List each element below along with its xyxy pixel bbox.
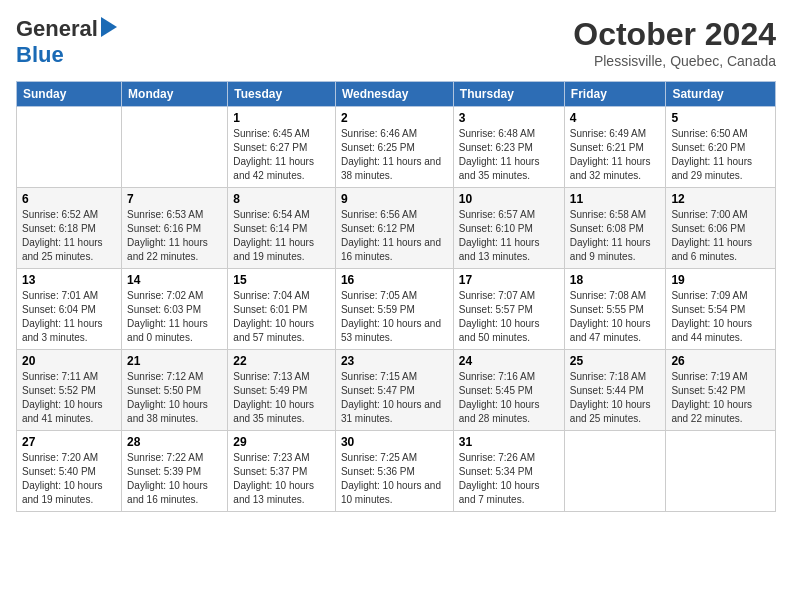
- day-number: 7: [127, 192, 222, 206]
- calendar-cell: 3Sunrise: 6:48 AM Sunset: 6:23 PM Daylig…: [453, 107, 564, 188]
- day-info: Sunrise: 6:53 AM Sunset: 6:16 PM Dayligh…: [127, 208, 222, 264]
- calendar-cell: 13Sunrise: 7:01 AM Sunset: 6:04 PM Dayli…: [17, 269, 122, 350]
- header-cell-sunday: Sunday: [17, 82, 122, 107]
- day-info: Sunrise: 7:01 AM Sunset: 6:04 PM Dayligh…: [22, 289, 116, 345]
- day-info: Sunrise: 6:56 AM Sunset: 6:12 PM Dayligh…: [341, 208, 448, 264]
- day-number: 8: [233, 192, 330, 206]
- day-number: 30: [341, 435, 448, 449]
- calendar-cell: [666, 431, 776, 512]
- day-info: Sunrise: 7:16 AM Sunset: 5:45 PM Dayligh…: [459, 370, 559, 426]
- calendar-header: SundayMondayTuesdayWednesdayThursdayFrid…: [17, 82, 776, 107]
- day-info: Sunrise: 7:08 AM Sunset: 5:55 PM Dayligh…: [570, 289, 661, 345]
- day-number: 5: [671, 111, 770, 125]
- calendar-cell: 2Sunrise: 6:46 AM Sunset: 6:25 PM Daylig…: [335, 107, 453, 188]
- day-number: 17: [459, 273, 559, 287]
- calendar-week-row: 6Sunrise: 6:52 AM Sunset: 6:18 PM Daylig…: [17, 188, 776, 269]
- day-info: Sunrise: 6:54 AM Sunset: 6:14 PM Dayligh…: [233, 208, 330, 264]
- calendar-cell: 20Sunrise: 7:11 AM Sunset: 5:52 PM Dayli…: [17, 350, 122, 431]
- day-info: Sunrise: 6:46 AM Sunset: 6:25 PM Dayligh…: [341, 127, 448, 183]
- calendar-cell: 22Sunrise: 7:13 AM Sunset: 5:49 PM Dayli…: [228, 350, 336, 431]
- day-number: 15: [233, 273, 330, 287]
- calendar-cell: 7Sunrise: 6:53 AM Sunset: 6:16 PM Daylig…: [122, 188, 228, 269]
- calendar-cell: 27Sunrise: 7:20 AM Sunset: 5:40 PM Dayli…: [17, 431, 122, 512]
- day-info: Sunrise: 6:52 AM Sunset: 6:18 PM Dayligh…: [22, 208, 116, 264]
- calendar-cell: 17Sunrise: 7:07 AM Sunset: 5:57 PM Dayli…: [453, 269, 564, 350]
- calendar-cell: 23Sunrise: 7:15 AM Sunset: 5:47 PM Dayli…: [335, 350, 453, 431]
- calendar-cell: 26Sunrise: 7:19 AM Sunset: 5:42 PM Dayli…: [666, 350, 776, 431]
- header-cell-thursday: Thursday: [453, 82, 564, 107]
- day-info: Sunrise: 6:48 AM Sunset: 6:23 PM Dayligh…: [459, 127, 559, 183]
- day-number: 11: [570, 192, 661, 206]
- day-number: 23: [341, 354, 448, 368]
- logo-text-blue: Blue: [16, 42, 64, 67]
- day-number: 12: [671, 192, 770, 206]
- calendar-cell: [17, 107, 122, 188]
- calendar-cell: 12Sunrise: 7:00 AM Sunset: 6:06 PM Dayli…: [666, 188, 776, 269]
- day-info: Sunrise: 7:12 AM Sunset: 5:50 PM Dayligh…: [127, 370, 222, 426]
- calendar-cell: 14Sunrise: 7:02 AM Sunset: 6:03 PM Dayli…: [122, 269, 228, 350]
- day-number: 16: [341, 273, 448, 287]
- calendar-cell: 11Sunrise: 6:58 AM Sunset: 6:08 PM Dayli…: [564, 188, 666, 269]
- day-number: 4: [570, 111, 661, 125]
- day-info: Sunrise: 7:19 AM Sunset: 5:42 PM Dayligh…: [671, 370, 770, 426]
- calendar-cell: 31Sunrise: 7:26 AM Sunset: 5:34 PM Dayli…: [453, 431, 564, 512]
- day-number: 31: [459, 435, 559, 449]
- day-number: 6: [22, 192, 116, 206]
- day-info: Sunrise: 6:57 AM Sunset: 6:10 PM Dayligh…: [459, 208, 559, 264]
- calendar-cell: 18Sunrise: 7:08 AM Sunset: 5:55 PM Dayli…: [564, 269, 666, 350]
- day-number: 20: [22, 354, 116, 368]
- day-number: 28: [127, 435, 222, 449]
- day-number: 19: [671, 273, 770, 287]
- day-info: Sunrise: 7:00 AM Sunset: 6:06 PM Dayligh…: [671, 208, 770, 264]
- day-number: 24: [459, 354, 559, 368]
- svg-marker-0: [101, 17, 117, 37]
- logo-text-general: General: [16, 16, 98, 42]
- day-info: Sunrise: 7:22 AM Sunset: 5:39 PM Dayligh…: [127, 451, 222, 507]
- calendar-cell: 6Sunrise: 6:52 AM Sunset: 6:18 PM Daylig…: [17, 188, 122, 269]
- location-subtitle: Plessisville, Quebec, Canada: [573, 53, 776, 69]
- calendar-cell: 4Sunrise: 6:49 AM Sunset: 6:21 PM Daylig…: [564, 107, 666, 188]
- calendar-cell: 9Sunrise: 6:56 AM Sunset: 6:12 PM Daylig…: [335, 188, 453, 269]
- calendar-cell: 10Sunrise: 6:57 AM Sunset: 6:10 PM Dayli…: [453, 188, 564, 269]
- calendar-cell: 19Sunrise: 7:09 AM Sunset: 5:54 PM Dayli…: [666, 269, 776, 350]
- calendar-body: 1Sunrise: 6:45 AM Sunset: 6:27 PM Daylig…: [17, 107, 776, 512]
- day-number: 25: [570, 354, 661, 368]
- day-info: Sunrise: 6:50 AM Sunset: 6:20 PM Dayligh…: [671, 127, 770, 183]
- day-info: Sunrise: 7:26 AM Sunset: 5:34 PM Dayligh…: [459, 451, 559, 507]
- day-info: Sunrise: 7:11 AM Sunset: 5:52 PM Dayligh…: [22, 370, 116, 426]
- calendar-cell: 29Sunrise: 7:23 AM Sunset: 5:37 PM Dayli…: [228, 431, 336, 512]
- header-cell-saturday: Saturday: [666, 82, 776, 107]
- day-info: Sunrise: 6:49 AM Sunset: 6:21 PM Dayligh…: [570, 127, 661, 183]
- calendar-week-row: 13Sunrise: 7:01 AM Sunset: 6:04 PM Dayli…: [17, 269, 776, 350]
- day-info: Sunrise: 6:58 AM Sunset: 6:08 PM Dayligh…: [570, 208, 661, 264]
- day-info: Sunrise: 7:02 AM Sunset: 6:03 PM Dayligh…: [127, 289, 222, 345]
- day-info: Sunrise: 6:45 AM Sunset: 6:27 PM Dayligh…: [233, 127, 330, 183]
- day-info: Sunrise: 7:18 AM Sunset: 5:44 PM Dayligh…: [570, 370, 661, 426]
- calendar-cell: 15Sunrise: 7:04 AM Sunset: 6:01 PM Dayli…: [228, 269, 336, 350]
- calendar-cell: 28Sunrise: 7:22 AM Sunset: 5:39 PM Dayli…: [122, 431, 228, 512]
- calendar-week-row: 27Sunrise: 7:20 AM Sunset: 5:40 PM Dayli…: [17, 431, 776, 512]
- day-info: Sunrise: 7:05 AM Sunset: 5:59 PM Dayligh…: [341, 289, 448, 345]
- title-block: October 2024 Plessisville, Quebec, Canad…: [573, 16, 776, 69]
- day-info: Sunrise: 7:23 AM Sunset: 5:37 PM Dayligh…: [233, 451, 330, 507]
- logo-arrow-icon: [101, 17, 117, 41]
- day-info: Sunrise: 7:25 AM Sunset: 5:36 PM Dayligh…: [341, 451, 448, 507]
- day-info: Sunrise: 7:04 AM Sunset: 6:01 PM Dayligh…: [233, 289, 330, 345]
- calendar-cell: 1Sunrise: 6:45 AM Sunset: 6:27 PM Daylig…: [228, 107, 336, 188]
- calendar-week-row: 1Sunrise: 6:45 AM Sunset: 6:27 PM Daylig…: [17, 107, 776, 188]
- day-number: 10: [459, 192, 559, 206]
- calendar-table: SundayMondayTuesdayWednesdayThursdayFrid…: [16, 81, 776, 512]
- header-row: SundayMondayTuesdayWednesdayThursdayFrid…: [17, 82, 776, 107]
- header-cell-tuesday: Tuesday: [228, 82, 336, 107]
- day-info: Sunrise: 7:15 AM Sunset: 5:47 PM Dayligh…: [341, 370, 448, 426]
- page-header: General Blue October 2024 Plessisville, …: [16, 16, 776, 69]
- header-cell-wednesday: Wednesday: [335, 82, 453, 107]
- day-info: Sunrise: 7:09 AM Sunset: 5:54 PM Dayligh…: [671, 289, 770, 345]
- month-year-title: October 2024: [573, 16, 776, 53]
- day-number: 21: [127, 354, 222, 368]
- day-number: 2: [341, 111, 448, 125]
- calendar-week-row: 20Sunrise: 7:11 AM Sunset: 5:52 PM Dayli…: [17, 350, 776, 431]
- calendar-cell: [122, 107, 228, 188]
- day-info: Sunrise: 7:07 AM Sunset: 5:57 PM Dayligh…: [459, 289, 559, 345]
- calendar-cell: 21Sunrise: 7:12 AM Sunset: 5:50 PM Dayli…: [122, 350, 228, 431]
